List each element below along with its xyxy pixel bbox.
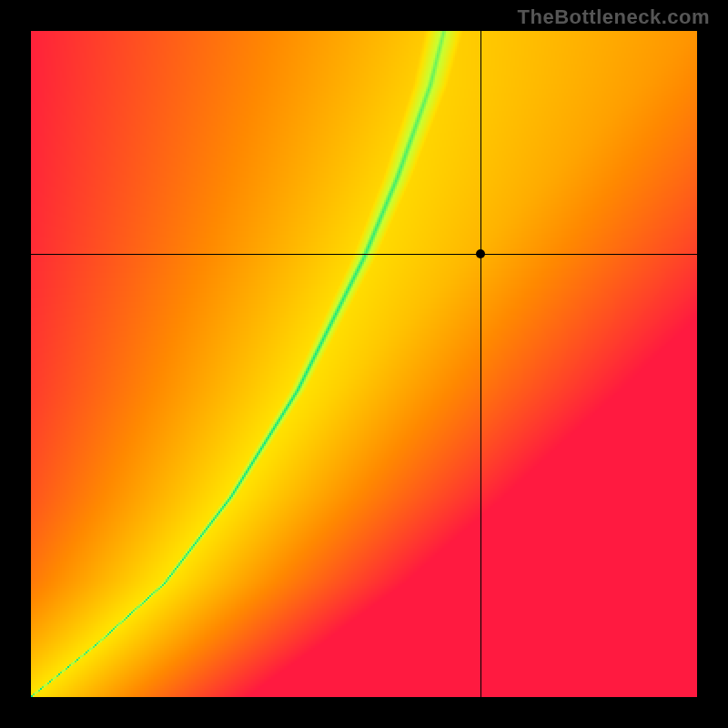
heatmap-canvas: [31, 31, 697, 697]
chart-frame: TheBottleneck.com: [0, 0, 728, 728]
heatmap-plot: [31, 31, 697, 697]
watermark-text: TheBottleneck.com: [518, 5, 710, 29]
